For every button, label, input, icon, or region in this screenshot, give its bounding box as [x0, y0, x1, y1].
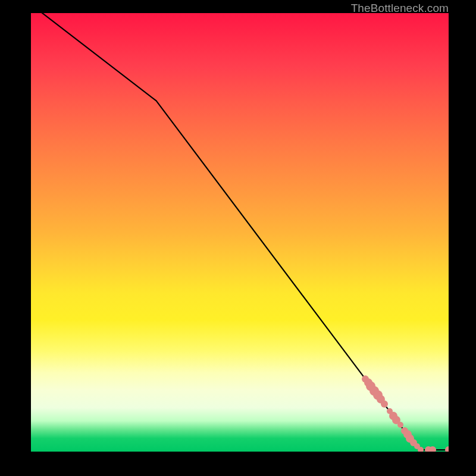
marker-dot — [381, 400, 388, 408]
chart-frame: TheBottleneck.com — [0, 0, 476, 476]
marker-dot — [429, 446, 436, 452]
line-layer — [31, 13, 449, 452]
plot-area — [31, 13, 449, 452]
marker-dot — [445, 446, 449, 452]
curve-line — [31, 13, 449, 450]
marker-dot — [418, 447, 424, 452]
